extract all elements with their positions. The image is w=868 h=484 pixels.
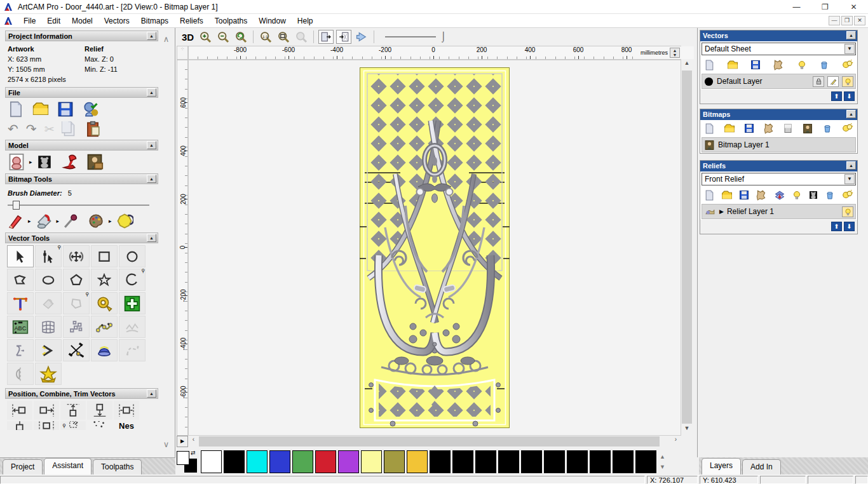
greyscale-bitmap-icon[interactable] <box>783 123 793 133</box>
colour-doctor-icon[interactable] <box>116 212 133 230</box>
envelope-distortion-tool[interactable] <box>35 316 62 338</box>
flyout-arrow-icon[interactable]: ▸ <box>57 218 60 224</box>
lock-layer-button[interactable] <box>813 76 824 87</box>
palette-swatch[interactable] <box>452 450 473 473</box>
all-reliefs-visibility-icon[interactable] <box>841 189 853 201</box>
vector-doctor-tool[interactable] <box>119 292 146 314</box>
primary-colour-swatch[interactable] <box>177 451 189 465</box>
redo-icon[interactable]: ↷ <box>26 121 37 137</box>
all-layers-visibility-icon[interactable] <box>841 59 853 71</box>
lighting-icon[interactable] <box>60 153 78 171</box>
move-layer-up-button[interactable]: ⬆ <box>831 222 842 231</box>
collapse-arrow-icon[interactable]: ▲ <box>147 234 156 242</box>
open-vector-layer-icon[interactable] <box>727 60 738 71</box>
save-bitmap-layer-icon[interactable] <box>744 123 754 133</box>
horizontal-scroll-thumb[interactable] <box>199 436 660 447</box>
layer-visibility-button[interactable] <box>842 206 853 217</box>
transfer-relief-icon[interactable] <box>774 190 785 201</box>
expander-icon[interactable]: ▶ <box>719 208 724 215</box>
all-bitmaps-visibility-icon[interactable] <box>841 123 853 134</box>
toggle-vector-view-button[interactable] <box>336 30 351 44</box>
preview-relief-button[interactable] <box>354 30 369 44</box>
layer-name[interactable]: Bitmap Layer 1 <box>718 140 853 149</box>
ruler-origin-button[interactable]: ⁘ <box>177 46 188 60</box>
center-vertical-tool[interactable] <box>7 421 32 430</box>
greyscale-relief-icon[interactable] <box>808 190 818 200</box>
merge-relief-layers-icon[interactable] <box>756 189 767 201</box>
create-text-tool[interactable] <box>7 292 34 314</box>
paste-icon[interactable] <box>85 121 101 137</box>
nesting-tool[interactable]: Nes <box>114 421 139 430</box>
assistant-scrollbar[interactable]: ∧ ∨ <box>161 34 172 450</box>
palette-swatch[interactable] <box>315 450 336 473</box>
vertical-scrollbar[interactable]: ▲ ▼ <box>681 60 693 436</box>
bitmap-layer-row[interactable]: Bitmap Layer 1 <box>702 137 856 152</box>
palette-swatch[interactable] <box>613 450 634 473</box>
create-polygon-tool[interactable] <box>63 269 90 291</box>
menu-item[interactable]: Toolpaths <box>209 15 253 27</box>
palette-swatch[interactable] <box>498 450 519 473</box>
palette-swatch[interactable] <box>544 450 565 473</box>
measure-tool[interactable] <box>91 292 118 314</box>
paste-along-curve-tool[interactable] <box>63 316 90 338</box>
open-relief-layer-icon[interactable] <box>721 190 733 201</box>
set-model-size-icon[interactable] <box>8 153 25 171</box>
menu-item[interactable]: Edit <box>41 15 66 27</box>
close-button[interactable]: ✕ <box>839 0 868 14</box>
pan-button[interactable]: ▶ <box>177 436 188 447</box>
collapse-arrow-icon[interactable]: ▲ <box>147 32 156 40</box>
scroll-down-icon[interactable]: ∨ <box>161 440 172 450</box>
zoom-1to1-button[interactable]: 1:1 <box>258 30 273 44</box>
center-horizontal-tool[interactable] <box>114 401 139 420</box>
palette-swatch[interactable] <box>475 450 496 473</box>
collapse-arrow-icon[interactable]: ▲ <box>846 31 856 39</box>
scroll-up-icon[interactable]: ▲ <box>660 454 665 460</box>
palette-swatch[interactable] <box>224 450 245 473</box>
2d-view-canvas[interactable] <box>188 60 681 436</box>
save-model-icon[interactable] <box>57 101 74 118</box>
slider-handle[interactable]: ⌡ <box>440 30 446 41</box>
scroll-left-icon[interactable]: ‹ <box>188 436 199 447</box>
align-right-tool[interactable] <box>34 401 59 420</box>
scroll-down-icon[interactable]: ▼ <box>681 425 693 436</box>
swap-colours-icon[interactable]: ⇄ <box>191 450 196 456</box>
new-model-icon[interactable] <box>8 101 24 118</box>
invert-model-icon[interactable] <box>36 154 53 170</box>
interactive-sculpting-tool[interactable] <box>91 339 118 361</box>
node-editing-tool[interactable]: ⚲ <box>35 245 62 267</box>
transform-vectors-tool[interactable] <box>63 245 90 267</box>
zoom-out-button[interactable] <box>215 30 231 44</box>
primary-secondary-colours[interactable]: ⇄ <box>177 450 198 474</box>
move-layer-down-button[interactable]: ⬇ <box>844 91 855 101</box>
paint-icon[interactable] <box>8 213 24 229</box>
vector-sheet-dropdown[interactable]: Default Sheet ▼ <box>702 43 856 55</box>
save-relief-layer-icon[interactable] <box>739 190 749 200</box>
zoom-previous-button[interactable] <box>233 30 248 44</box>
create-rectangle-tool[interactable] <box>91 245 118 267</box>
create-star-tool[interactable] <box>91 269 118 291</box>
palette-swatch[interactable] <box>292 450 313 473</box>
model-wizard-icon[interactable] <box>81 100 99 118</box>
mdi-close-button[interactable]: ✕ <box>854 16 865 25</box>
tab-toolpaths[interactable]: Toolpaths <box>93 459 142 474</box>
menu-item[interactable]: Model <box>66 15 98 27</box>
create-circle-tool[interactable] <box>119 245 146 267</box>
collapse-arrow-icon[interactable]: ▲ <box>147 88 156 97</box>
mdi-restore-button[interactable]: ❐ <box>841 16 853 25</box>
block-copy-tool[interactable]: ⚲ <box>60 421 86 430</box>
palette-swatch[interactable] <box>521 450 542 473</box>
toggle-bitmap-view-button[interactable] <box>318 30 334 44</box>
palette-swatch[interactable] <box>635 450 656 473</box>
new-relief-layer-icon[interactable] <box>704 190 715 201</box>
collapse-arrow-icon[interactable]: ▲ <box>846 110 856 118</box>
align-left-tool[interactable] <box>7 401 32 420</box>
palette-swatch[interactable] <box>384 450 405 473</box>
collapse-arrow-icon[interactable]: ▲ <box>147 141 156 149</box>
layer-colour-swatch[interactable] <box>704 77 714 86</box>
delete-relief-layer-icon[interactable] <box>825 190 835 200</box>
merge-layers-icon[interactable] <box>773 59 784 71</box>
undo-icon[interactable]: ↶ <box>8 121 18 137</box>
open-model-icon[interactable] <box>32 101 50 118</box>
zoom-in-button[interactable] <box>198 30 213 44</box>
vector-wizard-tool[interactable] <box>35 363 62 385</box>
